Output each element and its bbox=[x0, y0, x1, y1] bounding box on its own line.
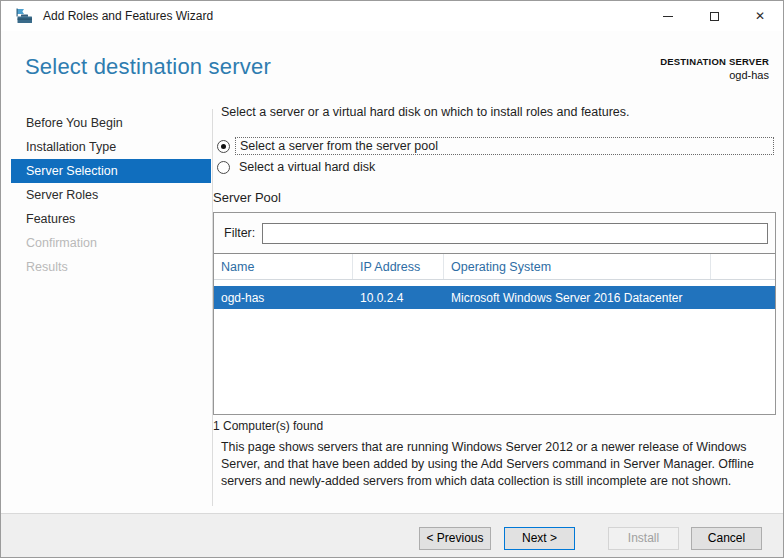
next-button[interactable]: Next > bbox=[504, 527, 575, 550]
server-manager-toolbox-icon bbox=[16, 7, 34, 25]
maximize-button[interactable] bbox=[691, 1, 737, 31]
install-button: Install bbox=[608, 527, 679, 550]
radio-select-virtual-hard-disk[interactable]: Select a virtual hard disk bbox=[217, 159, 774, 175]
cell-ip-address: 10.0.2.4 bbox=[353, 291, 444, 305]
radio-button-icon[interactable] bbox=[217, 140, 230, 153]
radio-select-server-from-pool[interactable]: Select a server from the server pool bbox=[217, 137, 774, 155]
minimize-button[interactable] bbox=[645, 1, 691, 31]
sidebar-item-confirmation: Confirmation bbox=[11, 231, 211, 255]
column-header-extra bbox=[711, 254, 775, 279]
column-header-name[interactable]: Name bbox=[214, 254, 353, 279]
footer-bar: < Previous Next > Install Cancel bbox=[1, 513, 783, 557]
sidebar-item-server-selection[interactable]: Server Selection bbox=[11, 159, 211, 183]
server-pool-panel: Filter: Name IP Address Operating System… bbox=[213, 212, 776, 415]
filter-row: Filter: bbox=[214, 213, 775, 253]
window-controls: ✕ bbox=[645, 1, 783, 31]
filter-input[interactable] bbox=[262, 223, 768, 244]
table-row-ogd-has[interactable]: ogd-has 10.0.2.4 Microsoft Windows Serve… bbox=[214, 286, 775, 309]
sidebar-item-installation-type[interactable]: Installation Type bbox=[11, 135, 211, 159]
sidebar-item-before-you-begin[interactable]: Before You Begin bbox=[11, 111, 211, 135]
sidebar-item-results: Results bbox=[11, 255, 211, 279]
radio-button-icon[interactable] bbox=[217, 161, 230, 174]
maximize-icon bbox=[710, 12, 719, 21]
previous-button[interactable]: < Previous bbox=[419, 527, 491, 550]
wizard-steps-nav: Before You Begin Installation Type Serve… bbox=[11, 111, 211, 279]
filter-label: Filter: bbox=[224, 226, 255, 240]
table-header-row: Name IP Address Operating System bbox=[214, 254, 775, 280]
intro-text: Select a server or a virtual hard disk o… bbox=[221, 105, 630, 119]
cancel-button[interactable]: Cancel bbox=[691, 527, 762, 550]
server-pool-heading: Server Pool bbox=[213, 190, 281, 205]
cell-operating-system: Microsoft Windows Server 2016 Datacenter bbox=[444, 291, 711, 305]
radio-label[interactable]: Select a virtual hard disk bbox=[235, 159, 379, 175]
destination-server-name: ogd-has bbox=[660, 69, 769, 81]
radio-label[interactable]: Select a server from the server pool bbox=[235, 137, 774, 155]
page-description: This page shows servers that are running… bbox=[221, 439, 777, 490]
destination-server-label: DESTINATION SERVER bbox=[660, 56, 769, 67]
sidebar-item-server-roles[interactable]: Server Roles bbox=[11, 183, 211, 207]
column-header-operating-system[interactable]: Operating System bbox=[444, 254, 711, 279]
add-roles-and-features-wizard-window: Add Roles and Features Wizard ✕ Select d… bbox=[0, 0, 784, 558]
minimize-icon bbox=[663, 16, 673, 17]
page-title: Select destination server bbox=[25, 54, 271, 80]
cell-name: ogd-has bbox=[214, 291, 353, 305]
column-header-ip-address[interactable]: IP Address bbox=[353, 254, 444, 279]
window-title: Add Roles and Features Wizard bbox=[43, 9, 213, 23]
close-icon: ✕ bbox=[755, 10, 765, 22]
titlebar: Add Roles and Features Wizard ✕ bbox=[1, 1, 783, 31]
server-pool-table: Name IP Address Operating System ogd-has… bbox=[214, 253, 775, 414]
computers-found-text: 1 Computer(s) found bbox=[213, 419, 323, 433]
destination-server-block: DESTINATION SERVER ogd-has bbox=[660, 56, 769, 81]
sidebar-item-features[interactable]: Features bbox=[11, 207, 211, 231]
close-button[interactable]: ✕ bbox=[737, 1, 783, 31]
